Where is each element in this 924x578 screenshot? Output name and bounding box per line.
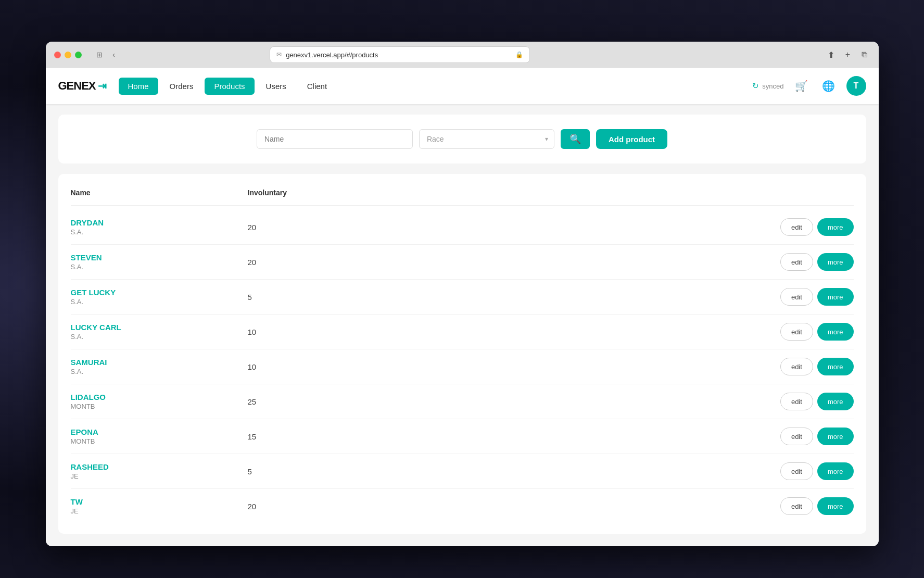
- more-button[interactable]: more: [817, 428, 854, 445]
- address-bar[interactable]: ✉ genexv1.vercel.app/#/products 🔒: [270, 46, 530, 63]
- product-involuntary: 10: [248, 362, 352, 371]
- col-involuntary-header: Involuntary: [248, 189, 352, 197]
- product-name[interactable]: RASHEED: [71, 462, 248, 471]
- product-actions: edit more: [780, 428, 854, 445]
- more-button[interactable]: more: [817, 497, 854, 515]
- product-name-cell: DRYDAN S.A.: [71, 218, 248, 236]
- product-race: JE: [71, 507, 248, 515]
- product-name-cell: GET LUCKY S.A.: [71, 288, 248, 306]
- product-actions: edit more: [780, 393, 854, 410]
- new-tab-icon[interactable]: +: [842, 49, 853, 60]
- col-name-header: Name: [71, 189, 248, 197]
- product-name[interactable]: EPONA: [71, 428, 248, 436]
- add-product-label: Add product: [609, 135, 655, 144]
- product-name[interactable]: GET LUCKY: [71, 288, 248, 297]
- sync-icon: ↻: [752, 81, 759, 91]
- more-button[interactable]: more: [817, 323, 854, 341]
- maximize-window-button[interactable]: [75, 52, 82, 58]
- edit-button[interactable]: edit: [780, 253, 813, 271]
- product-name[interactable]: STEVEN: [71, 253, 248, 262]
- product-actions: edit more: [780, 218, 854, 236]
- products-table: Name Involuntary DRYDAN S.A. 20 edit mor…: [58, 174, 866, 534]
- product-name[interactable]: LUCKY CARL: [71, 323, 248, 332]
- product-name[interactable]: LIDALGO: [71, 393, 248, 401]
- logo-arrow-icon: ⇥: [98, 80, 106, 92]
- product-name-cell: LUCKY CARL S.A.: [71, 323, 248, 341]
- browser-controls: ⊞ ‹: [94, 49, 119, 60]
- table-row: TW JE 20 edit more: [71, 489, 854, 523]
- edit-button[interactable]: edit: [780, 428, 813, 445]
- product-involuntary: 20: [248, 223, 352, 232]
- product-name-cell: SAMURAI S.A.: [71, 358, 248, 375]
- edit-button[interactable]: edit: [780, 218, 813, 236]
- edit-button[interactable]: edit: [780, 497, 813, 515]
- table-row: LIDALGO MONTB 25 edit more: [71, 384, 854, 419]
- edit-button[interactable]: edit: [780, 462, 813, 480]
- product-name-cell: TW JE: [71, 497, 248, 515]
- more-button[interactable]: more: [817, 393, 854, 410]
- product-actions: edit more: [780, 497, 854, 515]
- nav-users[interactable]: Users: [257, 78, 296, 95]
- add-product-button[interactable]: Add product: [596, 129, 667, 149]
- edit-button[interactable]: edit: [780, 323, 813, 341]
- product-name[interactable]: TW: [71, 497, 248, 506]
- product-race: MONTB: [71, 437, 248, 445]
- minimize-window-button[interactable]: [65, 52, 71, 58]
- avatar[interactable]: T: [846, 76, 866, 96]
- edit-button[interactable]: edit: [780, 393, 813, 410]
- search-input[interactable]: [257, 129, 413, 149]
- nav-orders[interactable]: Orders: [160, 78, 203, 95]
- more-button[interactable]: more: [817, 358, 854, 375]
- product-name[interactable]: SAMURAI: [71, 358, 248, 367]
- edit-button[interactable]: edit: [780, 358, 813, 375]
- close-window-button[interactable]: [54, 52, 61, 58]
- product-involuntary: 10: [248, 328, 352, 336]
- product-actions: edit more: [780, 358, 854, 375]
- url-text: genexv1.vercel.app/#/products: [286, 51, 378, 59]
- sidebar-icon[interactable]: ⧉: [858, 49, 870, 60]
- product-actions: edit more: [780, 253, 854, 271]
- browser-titlebar: ⊞ ‹ ✉ genexv1.vercel.app/#/products 🔒 ⬆ …: [46, 42, 879, 68]
- table-row: LUCKY CARL S.A. 10 edit more: [71, 315, 854, 349]
- nav-home[interactable]: Home: [119, 78, 158, 95]
- product-involuntary: 20: [248, 502, 352, 511]
- globe-icon[interactable]: 🌐: [819, 77, 838, 95]
- product-involuntary: 25: [248, 397, 352, 406]
- product-actions: edit more: [780, 323, 854, 341]
- tab-view-icon[interactable]: ⊞: [94, 49, 105, 60]
- more-button[interactable]: more: [817, 462, 854, 480]
- product-name-cell: STEVEN S.A.: [71, 253, 248, 271]
- product-race: MONTB: [71, 403, 248, 410]
- product-race: S.A.: [71, 333, 248, 341]
- table-row: EPONA MONTB 15 edit more: [71, 419, 854, 454]
- nav-products[interactable]: Products: [205, 78, 254, 95]
- lock-icon: ✉: [276, 51, 282, 58]
- secure-icon: 🔒: [515, 51, 523, 58]
- browser-actions: ⬆ + ⧉: [825, 49, 870, 60]
- product-race: S.A.: [71, 298, 248, 306]
- cart-icon[interactable]: 🛒: [792, 77, 811, 95]
- search-button[interactable]: 🔍: [561, 129, 590, 149]
- more-button[interactable]: more: [817, 218, 854, 236]
- traffic-lights: [54, 52, 82, 58]
- table-row: RASHEED JE 5 edit more: [71, 454, 854, 489]
- share-icon[interactable]: ⬆: [825, 49, 837, 60]
- race-select[interactable]: Race S.A. MONTB JE: [419, 129, 554, 149]
- product-race: S.A.: [71, 368, 248, 375]
- logo-text: GENEX: [58, 79, 96, 93]
- back-button[interactable]: ‹: [109, 49, 119, 60]
- more-button[interactable]: more: [817, 253, 854, 271]
- synced-status: ↻ synced: [752, 81, 783, 91]
- product-involuntary: 15: [248, 432, 352, 441]
- product-actions: edit more: [780, 462, 854, 480]
- nav-links: Home Orders Products Users Client: [119, 78, 337, 95]
- product-name-cell: LIDALGO MONTB: [71, 393, 248, 410]
- synced-label: synced: [762, 82, 783, 90]
- app-container: GENEX ⇥ Home Orders Products Users Clien…: [46, 68, 879, 546]
- edit-button[interactable]: edit: [780, 288, 813, 306]
- product-rows: DRYDAN S.A. 20 edit more STEVEN S.A. 20 …: [71, 210, 854, 523]
- more-button[interactable]: more: [817, 288, 854, 306]
- table-row: DRYDAN S.A. 20 edit more: [71, 210, 854, 245]
- product-name[interactable]: DRYDAN: [71, 218, 248, 227]
- nav-client[interactable]: Client: [298, 78, 336, 95]
